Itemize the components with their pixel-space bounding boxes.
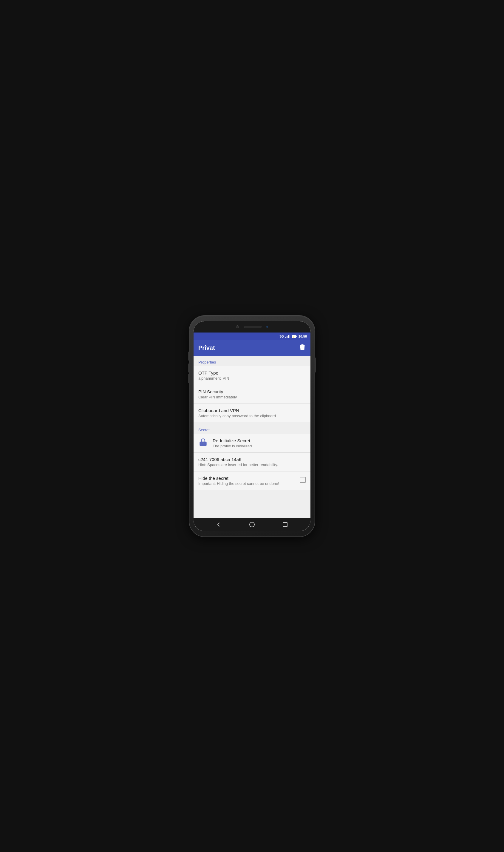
svg-text:⚡: ⚡ bbox=[292, 335, 295, 338]
reinitialize-subtitle: The profile is initialized. bbox=[213, 444, 306, 448]
reinitialize-title: Re-Initialize Secret bbox=[213, 438, 306, 443]
signal-icon bbox=[285, 334, 290, 338]
time-display: 10:58 bbox=[299, 334, 307, 338]
network-indicator: 3G bbox=[280, 334, 284, 338]
battery-icon: ⚡ bbox=[292, 334, 297, 338]
svg-rect-5 bbox=[296, 336, 297, 337]
speaker-grille bbox=[244, 326, 262, 328]
svg-rect-3 bbox=[289, 334, 290, 338]
hide-secret-item[interactable]: Hide the secret Important: Hiding the se… bbox=[194, 471, 310, 490]
otp-type-subtitle: alphanumeric PIN bbox=[198, 376, 306, 381]
sensor bbox=[266, 326, 268, 328]
secret-section: Secret Re-Initialize Secret The profile … bbox=[194, 423, 310, 490]
phone-device: 3G ⚡ 10:58 Privat bbox=[190, 316, 314, 537]
clipboard-vpn-title: Clipbboard and VPN bbox=[198, 408, 306, 413]
clipboard-vpn-subtitle: Automatically copy password to the clipb… bbox=[198, 414, 306, 418]
otp-type-title: OTP Type bbox=[198, 370, 306, 376]
reinitialize-text: Re-Initialize Secret The profile is init… bbox=[213, 438, 306, 448]
app-title: Privat bbox=[198, 344, 215, 351]
properties-section: Properties OTP Type alphanumeric PIN PIN… bbox=[194, 356, 310, 422]
secret-key-item[interactable]: c241 7006 abca 14a6 Hint: Spaces are ins… bbox=[194, 453, 310, 471]
properties-section-header: Properties bbox=[194, 356, 310, 366]
hide-secret-subtitle: Important: Hiding the secret cannot be u… bbox=[198, 481, 300, 486]
pin-security-item[interactable]: PIN Security Clear PIN immediately bbox=[194, 385, 310, 404]
secret-key-title: c241 7006 abca 14a6 bbox=[198, 457, 306, 462]
otp-type-item[interactable]: OTP Type alphanumeric PIN bbox=[194, 366, 310, 385]
pin-security-subtitle: Clear PIN immediately bbox=[198, 395, 306, 399]
app-bar: Privat bbox=[194, 340, 310, 356]
front-camera bbox=[236, 325, 239, 328]
back-button[interactable] bbox=[214, 519, 224, 530]
pin-security-title: PIN Security bbox=[198, 389, 306, 394]
svg-rect-2 bbox=[288, 335, 289, 338]
content-area: Properties OTP Type alphanumeric PIN PIN… bbox=[194, 356, 310, 518]
secret-section-header: Secret bbox=[194, 423, 310, 434]
clipboard-vpn-item[interactable]: Clipbboard and VPN Automatically copy pa… bbox=[194, 404, 310, 422]
delete-button[interactable] bbox=[299, 344, 306, 352]
hide-secret-title: Hide the secret bbox=[198, 476, 300, 481]
home-button[interactable] bbox=[247, 519, 257, 530]
phone-bezel-top bbox=[194, 321, 310, 332]
hide-secret-text: Hide the secret Important: Hiding the se… bbox=[198, 476, 300, 486]
secret-key-subtitle: Hint: Spaces are inserted for better rea… bbox=[198, 463, 306, 467]
svg-rect-0 bbox=[285, 337, 286, 338]
status-bar: 3G ⚡ 10:58 bbox=[194, 332, 310, 340]
svg-rect-1 bbox=[287, 336, 287, 338]
status-icons: 3G ⚡ 10:58 bbox=[280, 334, 307, 338]
reinitialize-secret-item[interactable]: Re-Initialize Secret The profile is init… bbox=[194, 434, 310, 453]
hide-secret-checkbox[interactable] bbox=[300, 477, 306, 483]
phone-screen: 3G ⚡ 10:58 Privat bbox=[194, 321, 310, 531]
bottom-nav bbox=[194, 518, 310, 531]
lock-icon bbox=[198, 438, 208, 448]
svg-point-10 bbox=[202, 443, 204, 444]
recents-button[interactable] bbox=[280, 519, 290, 530]
